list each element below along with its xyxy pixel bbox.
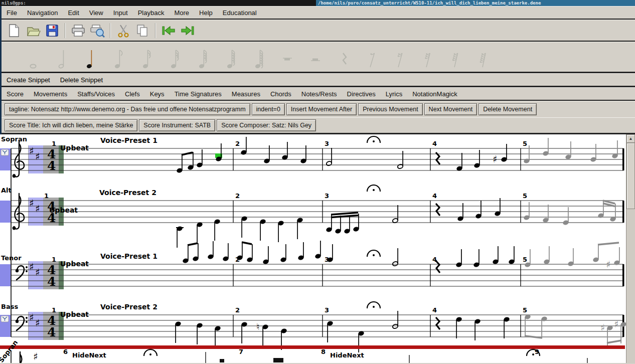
measure-number: 4 [432, 140, 437, 147]
note-button-half-rest[interactable] [302, 43, 331, 71]
note-button-thirtysecond-rest[interactable] [415, 43, 443, 71]
natural-accidental: ♮ [256, 321, 259, 332]
directive-button-tagline-notensatz-http-www-den[interactable]: tagline: Notensatz http://www.denemo.org… [5, 103, 250, 115]
directive-button-indent-0[interactable]: indent=0 [252, 103, 285, 115]
onetwentyeighth-rest-icon [477, 45, 494, 71]
toolbar-button-cut[interactable] [114, 22, 133, 40]
directive-button-insert-movement-after[interactable]: Insert Movement After [286, 103, 357, 115]
note-button-quarter-rest[interactable] [331, 43, 359, 71]
key-signature-sharp-1: ♯ [33, 350, 38, 362]
toolbar-button-nav-forward[interactable] [178, 22, 197, 40]
directive-button-score-instrument-satb[interactable]: Score Instrument: SATB [139, 119, 215, 131]
rotated-staff-label: Sopran [0, 339, 19, 363]
note-button-sixtyfourth-rest[interactable] [443, 43, 471, 71]
window-title: nils@gps: [0, 1, 316, 6]
object-menu-item-lyrics[interactable]: Lyrics [381, 88, 407, 100]
menu-item-view[interactable]: View [84, 7, 108, 19]
note-button-thirtysecond-note[interactable] [162, 43, 190, 71]
scrollbar-up-button[interactable]: ▲ [626, 134, 635, 143]
measure-number: 4 [432, 306, 437, 314]
note-button-whole-note[interactable] [22, 43, 50, 71]
measure-number: 4 [432, 192, 437, 200]
toolbar-button-copy[interactable] [133, 22, 152, 40]
directive-button-previous-movement[interactable]: Previous Movement [358, 103, 422, 115]
object-menu-item-score[interactable]: Score [2, 88, 29, 100]
object-menu-item-staffs-voices[interactable]: Staffs/Voices [72, 88, 120, 100]
menu-item-edit[interactable]: Edit [63, 7, 84, 19]
directive-button-row-2: Score Title: Ich will dich lieben, meine… [2, 117, 635, 133]
vertical-scrollbar[interactable]: ▲ [626, 134, 635, 363]
denemo-window: nils@gps: /home/nils/puro/consatz_unterr… [0, 0, 635, 364]
whole-rest-icon [280, 45, 297, 71]
directive-button-score-title-ich-will-dich-lieb[interactable]: Score Title: Ich will dich lieben, meine… [5, 119, 137, 131]
menu-item-help[interactable]: Help [194, 7, 218, 19]
measure-number: 1 [52, 306, 56, 314]
nav-forward-icon [180, 23, 196, 38]
object-menu-item-notationmagick[interactable]: NotationMagick [407, 88, 462, 100]
directive-button-row-1: tagline: Notensatz http://www.denemo.org… [2, 101, 635, 117]
note-button-sixteenth-rest[interactable] [387, 43, 415, 71]
menu-item-playback[interactable]: Playback [133, 7, 170, 19]
eighth-note-icon [111, 45, 128, 71]
note-button-onetwentyeighth-note[interactable] [218, 43, 246, 71]
directive-button-delete-movement[interactable]: Delete Movement [479, 103, 537, 115]
upbeat-label: Upbeat [49, 206, 78, 214]
object-menu-item-movements[interactable]: Movements [29, 88, 72, 100]
toolbar-button-print-preview[interactable] [88, 22, 107, 40]
sharp-accidental: ♯ [606, 259, 610, 270]
thirtysecond-note-icon [168, 45, 185, 71]
toolbar-button-save[interactable] [43, 22, 62, 40]
menu-item-educational[interactable]: Educational [218, 7, 262, 19]
score-canvas[interactable]: ♯♯44Sopran1UpbeatVoice-Preset 12345♯♯♯44… [0, 134, 635, 363]
measure-number: 1 [52, 256, 56, 263]
create-snippet-button[interactable]: Create Snippet [2, 74, 55, 86]
toolbar-button-print[interactable] [69, 22, 88, 40]
menu-item-file[interactable]: File [2, 7, 22, 19]
key-signature-sharp-1: ♯ [29, 145, 34, 157]
object-menu-item-chords[interactable]: Chords [265, 88, 296, 100]
upbeat-label: Upbeat [60, 310, 89, 318]
sixtyfourth-note-icon [196, 45, 213, 71]
time-signature-lower: 4 [47, 325, 56, 339]
staff-sopran[interactable] [0, 141, 624, 177]
object-menu-item-measures[interactable]: Measures [227, 88, 265, 100]
note-button-eighth-rest[interactable] [359, 43, 387, 71]
note-button-sixtyfourth-note[interactable] [190, 43, 218, 71]
movement-separator-line [0, 345, 625, 349]
toolbar-button-new-document[interactable] [5, 22, 24, 40]
menu-item-more[interactable]: More [169, 7, 194, 19]
scrollbar-thumb[interactable] [626, 143, 635, 209]
note-button-twofiftysixth-note[interactable] [246, 43, 274, 71]
object-menu-item-directives[interactable]: Directives [342, 88, 381, 100]
directive-button-next-movement[interactable]: Next Movement [424, 103, 478, 115]
note-button-onetwentyeighth-rest[interactable] [471, 43, 499, 71]
staff-bass[interactable] [0, 312, 624, 343]
note-button-quarter-note[interactable] [78, 43, 106, 71]
measure-number: 7 [239, 348, 243, 355]
object-menu-item-keys[interactable]: Keys [145, 88, 170, 100]
staff-alt[interactable] [0, 194, 624, 230]
note-button-eighth-note[interactable] [106, 43, 134, 71]
staff-tenor[interactable] [0, 242, 624, 289]
measure-number: 1 [44, 192, 49, 200]
directive-button-score-composer-satz-nils-gey[interactable]: Score Composer: Satz: Nils Gey [217, 119, 316, 131]
toolbar-button-nav-back[interactable] [159, 22, 178, 40]
voice-preset-label: Voice-Preset 1 [100, 252, 157, 260]
menu-item-input[interactable]: Input [108, 7, 133, 19]
object-menu-item-time-signatures[interactable]: Time Signatures [170, 88, 227, 100]
sixteenth-note-icon [139, 45, 156, 71]
half-rest-icon [308, 45, 325, 71]
key-signature-sharp-2: ♯ [35, 317, 40, 329]
toolbar-button-open-folder[interactable] [24, 22, 43, 40]
menu-item-navigation[interactable]: Navigation [22, 7, 63, 19]
note-button-half-note[interactable] [50, 43, 78, 71]
half-note-icon [55, 45, 72, 71]
staff-label-bass: Bass [1, 303, 18, 310]
note-button-whole-rest[interactable] [274, 43, 302, 71]
note-button-sixteenth-note[interactable] [134, 43, 162, 71]
delete-snippet-button[interactable]: Delete Snippet [55, 74, 108, 86]
eighth-rest-icon [364, 45, 381, 71]
score-drawing[interactable]: ♯♯44Sopran1UpbeatVoice-Preset 12345♯♯♯44… [0, 134, 626, 363]
object-menu-item-clefs[interactable]: Clefs [120, 88, 145, 100]
object-menu-item-notes-rests[interactable]: Notes/Rests [296, 88, 342, 100]
